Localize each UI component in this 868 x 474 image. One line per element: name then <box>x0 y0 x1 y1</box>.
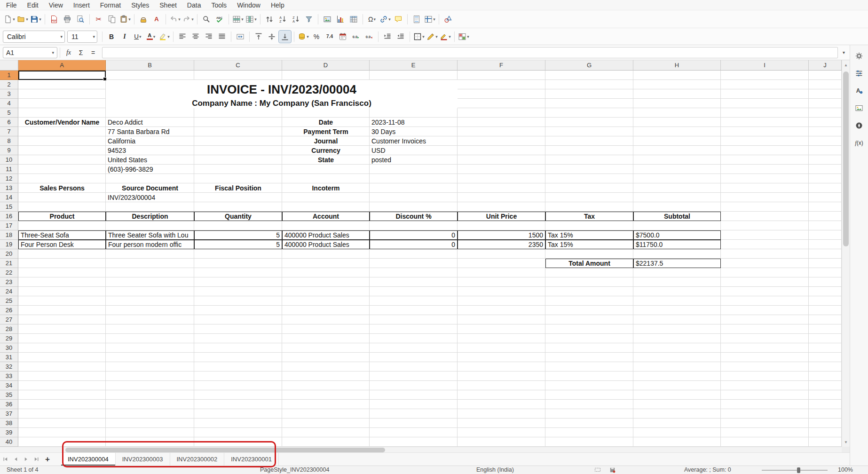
chevron-down-icon[interactable]: ▾ <box>90 34 95 39</box>
row-header-12[interactable]: 12 <box>0 174 18 183</box>
cell-d10[interactable]: State <box>282 155 370 165</box>
cell-f18[interactable]: 1500 <box>458 230 545 240</box>
spelling-icon[interactable]: ABC <box>213 13 226 25</box>
row-header-21[interactable]: 21 <box>0 259 18 268</box>
cell-a13[interactable]: Sales Persons <box>18 183 106 193</box>
properties-icon[interactable] <box>852 67 866 80</box>
cell-b2-e3[interactable]: INVOICE - INV/2023/00004 <box>106 80 458 99</box>
align-bottom-icon[interactable] <box>279 31 291 43</box>
cell-c19[interactable]: 5 <box>194 240 282 249</box>
menu-tools[interactable]: Tools <box>206 0 232 10</box>
cell-b13[interactable]: Source Document <box>106 183 194 193</box>
cell-d9[interactable]: Currency <box>282 146 370 155</box>
chevron-down-icon[interactable]: ▾ <box>13 17 15 22</box>
column-header-a[interactable]: A <box>18 60 106 71</box>
cell-e19[interactable]: 0 <box>370 240 458 249</box>
chevron-down-icon[interactable]: ▾ <box>191 17 194 22</box>
format-currency-icon[interactable]: ▾ <box>297 31 309 43</box>
functions-icon[interactable]: f(x) <box>852 136 866 150</box>
chevron-down-icon[interactable]: ▾ <box>128 17 131 22</box>
row-header-2[interactable]: 2 <box>0 80 18 89</box>
sidebar-settings-icon[interactable] <box>852 49 866 63</box>
chevron-down-icon[interactable]: ▾ <box>307 34 309 39</box>
row-header-24[interactable]: 24 <box>0 287 18 296</box>
scroll-down-icon[interactable]: ▼ <box>842 438 850 446</box>
chevron-down-icon[interactable]: ▾ <box>26 17 28 22</box>
copy-icon[interactable] <box>106 13 118 25</box>
row-header-33[interactable]: 33 <box>0 371 18 381</box>
cell-h19[interactable]: $11750.0 <box>633 240 721 249</box>
align-justify-icon[interactable] <box>216 31 228 43</box>
chevron-down-icon[interactable]: ▾ <box>241 17 244 22</box>
clone-formatting-icon[interactable] <box>137 13 150 25</box>
formula-icon[interactable]: = <box>87 47 99 58</box>
row-header-26[interactable]: 26 <box>0 306 18 315</box>
row-header-11[interactable]: 11 <box>0 165 18 174</box>
chevron-down-icon[interactable]: ▾ <box>254 17 257 22</box>
next-sheet-icon[interactable] <box>21 453 31 466</box>
cell-g21[interactable]: Total Amount <box>545 259 633 268</box>
cell-e8[interactable]: Customer Invoices <box>370 136 458 146</box>
function-wizard-icon[interactable]: fx <box>63 47 75 58</box>
align-top-icon[interactable] <box>253 31 265 43</box>
cell-d7[interactable]: Payment Term <box>282 127 370 136</box>
font-name-combo[interactable]: Calibri ▾ <box>3 31 65 43</box>
column-header-c[interactable]: C <box>194 60 282 71</box>
menu-edit[interactable]: Edit <box>22 0 44 10</box>
align-vcenter-icon[interactable] <box>266 31 278 43</box>
last-sheet-icon[interactable] <box>31 453 41 466</box>
cell-b11[interactable]: (603)-996-3829 <box>106 165 194 174</box>
cell-h16[interactable]: Subtotal <box>633 212 721 221</box>
autofilter-icon[interactable] <box>303 13 315 25</box>
align-right-icon[interactable] <box>203 31 215 43</box>
cell-f16[interactable]: Unit Price <box>458 212 545 221</box>
cell-b18[interactable]: Three Seater Sofa with Lou <box>106 230 194 240</box>
insert-column-icon[interactable]: ▾ <box>245 13 257 25</box>
column-header-d[interactable]: D <box>282 60 370 71</box>
cell-e10[interactable]: posted <box>370 155 458 165</box>
cell-a16[interactable]: Product <box>18 212 106 221</box>
cell-d16[interactable]: Account <box>282 212 370 221</box>
row-header-40[interactable]: 40 <box>0 437 18 447</box>
undo-icon[interactable]: ▾ <box>169 13 181 25</box>
row-header-23[interactable]: 23 <box>0 277 18 287</box>
chevron-down-icon[interactable]: ▾ <box>153 34 156 39</box>
print-preview-icon[interactable] <box>74 13 87 25</box>
navigator-icon[interactable] <box>852 119 866 132</box>
sheet-tab-inv202300002[interactable]: INV202300002 <box>170 453 225 466</box>
row-header-37[interactable]: 37 <box>0 409 18 419</box>
row-header-25[interactable]: 25 <box>0 296 18 306</box>
cell-e6[interactable]: 2023-11-08 <box>370 118 458 127</box>
menu-insert[interactable]: Insert <box>68 0 95 10</box>
scroll-up-icon[interactable]: ▲ <box>842 61 850 69</box>
row-header-7[interactable]: 7 <box>0 127 18 136</box>
italic-icon[interactable]: I <box>118 31 131 43</box>
chevron-down-icon[interactable]: ▾ <box>167 34 170 39</box>
styles-icon[interactable]: A <box>852 84 866 97</box>
row-header-28[interactable]: 28 <box>0 324 18 334</box>
font-color-icon[interactable]: A▾ <box>145 31 157 43</box>
insert-chart-icon[interactable] <box>334 13 347 25</box>
cell-d8[interactable]: Journal <box>282 136 370 146</box>
row-header-1[interactable]: 1 <box>0 71 18 80</box>
row-header-36[interactable]: 36 <box>0 400 18 409</box>
chevron-down-icon[interactable]: ▾ <box>57 34 63 39</box>
cell-c13[interactable]: Fiscal Position <box>194 183 282 193</box>
row-header-39[interactable]: 39 <box>0 428 18 437</box>
name-box[interactable]: A1 ▾ <box>3 47 57 58</box>
redo-icon[interactable]: ▾ <box>182 13 194 25</box>
cell-d18[interactable]: 400000 Product Sales <box>282 230 370 240</box>
format-percent-icon[interactable]: % <box>310 31 323 43</box>
highlight-color-icon[interactable]: ▾ <box>158 31 170 43</box>
print-icon[interactable] <box>61 13 73 25</box>
row-header-34[interactable]: 34 <box>0 381 18 390</box>
cell-h21[interactable]: $22137.5 <box>633 259 721 268</box>
find-replace-icon[interactable] <box>200 13 213 25</box>
cell-c18[interactable]: 5 <box>194 230 282 240</box>
row-header-20[interactable]: 20 <box>0 249 18 259</box>
chevron-down-icon[interactable]: ▾ <box>422 34 425 39</box>
cell-b8[interactable]: California <box>106 136 194 146</box>
insert-comment-icon[interactable] <box>392 13 404 25</box>
merge-cells-icon[interactable] <box>234 31 246 43</box>
chevron-down-icon[interactable]: ▾ <box>388 17 391 22</box>
